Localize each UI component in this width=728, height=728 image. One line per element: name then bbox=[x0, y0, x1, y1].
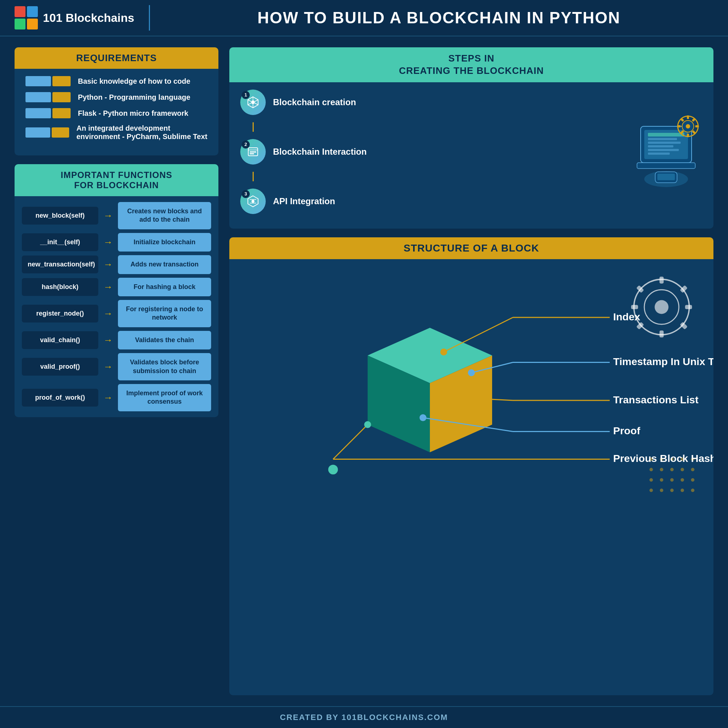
step-icon-3: 3 bbox=[240, 188, 266, 214]
svg-point-73 bbox=[691, 488, 694, 492]
bar-blue-4 bbox=[26, 127, 50, 138]
block-structure-svg: Index Timestamp In Unix Time Transaction… bbox=[229, 259, 713, 514]
footer: CREATED BY 101BLOCKCHAINS.COM bbox=[0, 706, 728, 728]
svg-point-61 bbox=[670, 468, 674, 471]
func-arrow-3: → bbox=[102, 281, 113, 293]
svg-point-60 bbox=[660, 468, 664, 471]
step-number-2: 2 bbox=[242, 141, 250, 148]
step-number-3: 3 bbox=[242, 190, 250, 198]
svg-point-31 bbox=[686, 124, 690, 128]
func-desc-6: Validates block before submission to cha… bbox=[118, 353, 211, 380]
func-name-4: register_node() bbox=[22, 305, 98, 323]
svg-point-69 bbox=[649, 488, 653, 492]
logo-text: 101 Blockchains bbox=[43, 11, 134, 25]
svg-rect-42 bbox=[658, 174, 675, 180]
svg-point-90 bbox=[440, 393, 447, 401]
right-column: STEPS IN CREATING THE BLOCKCHAIN 1 bbox=[229, 47, 713, 695]
svg-point-64 bbox=[649, 478, 653, 482]
svg-rect-22 bbox=[648, 133, 684, 136]
func-name-5: valid_chain() bbox=[22, 331, 98, 349]
svg-line-9 bbox=[255, 103, 258, 105]
svg-line-10 bbox=[248, 103, 251, 105]
svg-rect-0 bbox=[15, 6, 26, 17]
steps-list: 1 bbox=[240, 90, 619, 214]
bar-yellow-2 bbox=[52, 92, 70, 102]
func-desc-4: For registering a node to network bbox=[118, 300, 211, 327]
functions-list: new_block(self) → Creates new blocks and… bbox=[15, 196, 219, 417]
func-arrow-7: → bbox=[102, 392, 113, 403]
svg-rect-2 bbox=[15, 18, 26, 29]
bar-blue-2 bbox=[26, 92, 51, 102]
svg-rect-52 bbox=[636, 322, 644, 329]
steps-heading: STEPS IN CREATING THE BLOCKCHAIN bbox=[229, 47, 713, 82]
bar-yellow-4 bbox=[52, 127, 69, 138]
svg-point-17 bbox=[252, 200, 254, 203]
steps-content: 1 bbox=[229, 82, 713, 221]
svg-rect-48 bbox=[631, 305, 638, 309]
svg-rect-35 bbox=[695, 125, 699, 127]
svg-line-85 bbox=[333, 424, 368, 459]
func-row-3: hash(block) → For hashing a block bbox=[22, 278, 211, 296]
bar-yellow bbox=[52, 76, 70, 86]
step-number-1: 1 bbox=[242, 91, 250, 99]
func-desc-5: Validates the chain bbox=[118, 331, 211, 349]
requirements-section: REQUIREMENTS Basic knowledge of how to c… bbox=[15, 47, 219, 155]
svg-rect-39 bbox=[691, 118, 696, 122]
svg-text:Proof: Proof bbox=[613, 425, 641, 436]
svg-rect-24 bbox=[648, 142, 681, 144]
func-row-0: new_block(self) → Creates new blocks and… bbox=[22, 202, 211, 229]
svg-rect-36 bbox=[680, 118, 684, 122]
computer-illustration bbox=[633, 112, 699, 192]
func-desc-1: Initialize blockchain bbox=[118, 233, 211, 252]
svg-rect-49 bbox=[685, 305, 692, 309]
svg-point-93 bbox=[328, 465, 338, 474]
bar-blue bbox=[26, 76, 51, 86]
header-title: HOW TO BUILD A BLOCKCHAIN IN PYTHON bbox=[165, 9, 713, 27]
step-icon-1: 1 bbox=[240, 90, 266, 115]
svg-point-91 bbox=[420, 414, 427, 421]
functions-heading: IMPORTANT FUNCTIONS FOR BLOCKCHAIN bbox=[15, 164, 219, 196]
req-text-1: Basic knowledge of how to code bbox=[78, 77, 190, 86]
func-row-4: register_node() → For registering a node… bbox=[22, 300, 211, 327]
requirements-heading: REQUIREMENTS bbox=[15, 47, 219, 69]
svg-rect-27 bbox=[648, 153, 670, 155]
svg-text:Timestamp In Unix Time: Timestamp In Unix Time bbox=[613, 356, 714, 367]
header-divider bbox=[149, 5, 150, 31]
step-item-2: 2 Blockchain Interaction bbox=[240, 139, 619, 165]
func-arrow-0: → bbox=[102, 210, 113, 221]
step-connector-2 bbox=[252, 172, 254, 181]
svg-rect-15 bbox=[250, 153, 254, 154]
steps-section: STEPS IN CREATING THE BLOCKCHAIN 1 bbox=[229, 47, 713, 229]
func-arrow-6: → bbox=[102, 361, 113, 372]
svg-rect-47 bbox=[659, 330, 664, 337]
svg-point-67 bbox=[681, 478, 684, 482]
func-arrow-2: → bbox=[102, 259, 113, 270]
step-connector-1 bbox=[252, 122, 254, 132]
svg-point-71 bbox=[670, 488, 674, 492]
svg-text:Index: Index bbox=[613, 310, 641, 322]
func-name-1: __init__(self) bbox=[22, 233, 98, 251]
req-text-2: Python - Programming language bbox=[78, 93, 190, 102]
svg-point-70 bbox=[660, 488, 664, 492]
footer-text: CREATED BY 101BLOCKCHAINS.COM bbox=[280, 713, 448, 722]
func-row-2: new_transaction(self) → Adds new transac… bbox=[22, 255, 211, 274]
func-arrow-5: → bbox=[102, 335, 113, 346]
logo-area: 101 Blockchains bbox=[15, 6, 134, 29]
func-row-7: proof_of_work() → Implement proof of wor… bbox=[22, 384, 211, 411]
func-name-3: hash(block) bbox=[22, 278, 98, 296]
block-diagram: Index Timestamp In Unix Time Transaction… bbox=[229, 259, 713, 514]
logo-icon bbox=[15, 6, 38, 29]
step-label-1: Blockchain creation bbox=[273, 97, 356, 107]
svg-point-63 bbox=[691, 468, 694, 471]
steps-illustration bbox=[630, 112, 702, 192]
svg-rect-26 bbox=[648, 149, 679, 151]
svg-rect-51 bbox=[680, 322, 688, 329]
svg-rect-1 bbox=[27, 6, 38, 17]
svg-rect-14 bbox=[250, 151, 256, 153]
svg-point-89 bbox=[468, 369, 475, 376]
svg-rect-46 bbox=[659, 276, 664, 283]
func-desc-7: Implement proof of work consensus bbox=[118, 384, 211, 411]
req-bar-3 bbox=[26, 108, 70, 118]
svg-rect-28 bbox=[637, 163, 695, 168]
svg-rect-32 bbox=[687, 115, 689, 119]
